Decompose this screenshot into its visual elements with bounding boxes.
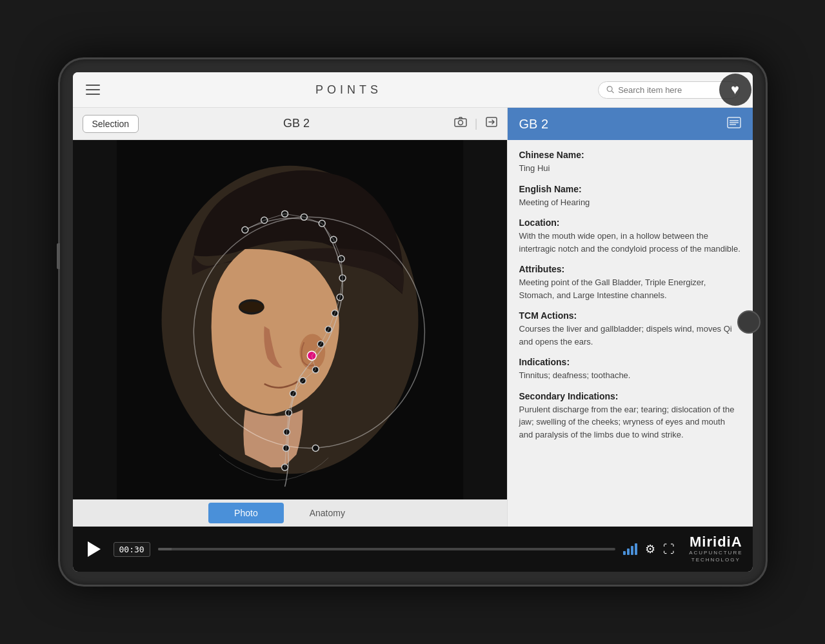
svg-point-30	[312, 445, 319, 451]
brand-sub2: TECHNOLOGY	[691, 556, 741, 563]
signal-bar-4	[635, 543, 637, 555]
attributes-section: Attributes: Meeting point of the Gall Bl…	[519, 264, 741, 301]
play-button[interactable]	[83, 538, 106, 561]
english-name-section: English Name: Meeting of Hearing	[519, 184, 741, 209]
location-section: Location: With the mouth wide open, in a…	[519, 217, 741, 255]
svg-point-3	[458, 121, 462, 125]
top-bar-left	[86, 85, 100, 95]
chinese-name-section: Chinese Name: Ting Hui	[519, 150, 741, 175]
tcm-section: TCM Actions: Courses the liver and gallb…	[519, 310, 741, 348]
next-icon[interactable]	[486, 117, 497, 130]
heart-icon: ♥	[731, 81, 739, 98]
toolbar-icons: |	[454, 117, 497, 130]
attributes-value: Meeting point of the Gall Bladder, Tripl…	[519, 276, 741, 301]
svg-line-1	[611, 91, 613, 93]
right-panel-title: GB 2	[519, 117, 549, 132]
left-toolbar: Selection GB 2 |	[73, 108, 507, 140]
english-name-label: English Name:	[519, 184, 741, 194]
hamburger-icon[interactable]	[86, 85, 100, 95]
right-panel-content: Chinese Name: Ting Hui English Name: Mee…	[508, 140, 753, 527]
app-title: POINTS	[100, 83, 598, 97]
head-illustration	[73, 140, 507, 499]
location-label: Location:	[519, 217, 741, 228]
content-area: Selection GB 2 |	[73, 108, 753, 527]
time-display: 00:30	[114, 542, 150, 557]
brand-sub1: ACUPUNCTURE	[689, 549, 742, 556]
tab-photo[interactable]: Photo	[208, 503, 284, 523]
tcm-value: Courses the liver and gallbladder; dispe…	[519, 323, 741, 348]
tcm-label: TCM Actions:	[519, 310, 741, 321]
favorite-button[interactable]: ♥	[719, 74, 751, 106]
filter-icon[interactable]	[727, 117, 741, 131]
svg-point-0	[607, 86, 612, 92]
location-value: With the mouth wide open, in a hollow be…	[519, 230, 741, 255]
top-bar: POINTS	[73, 72, 753, 108]
right-panel-header: GB 2	[508, 108, 753, 140]
signal-icon	[623, 543, 637, 555]
side-button[interactable]	[57, 243, 60, 269]
video-bar: 00:30 ⚙ ⛶ MiridiA ACUPUNCTURE TECHNOLOGY	[73, 527, 753, 572]
secondary-section: Secondary Indications: Purulent discharg…	[519, 391, 741, 441]
search-input[interactable]	[618, 85, 731, 95]
right-panel: GB 2 Chinese Name: Ting Hui	[508, 108, 753, 527]
left-panel: Selection GB 2 |	[73, 108, 508, 527]
signal-bar-1	[623, 551, 626, 555]
chinese-name-value: Ting Hui	[519, 162, 741, 175]
svg-point-12	[281, 210, 288, 217]
gear-icon[interactable]: ⚙	[645, 542, 655, 556]
video-controls: ⚙ ⛶	[645, 542, 675, 556]
bottom-tabs: Photo Anatomy	[73, 499, 507, 527]
signal-bar-3	[631, 546, 633, 555]
home-button[interactable]	[737, 310, 760, 334]
chinese-name-label: Chinese Name:	[519, 150, 741, 160]
secondary-label: Secondary Indications:	[519, 391, 741, 401]
progress-fill	[158, 548, 172, 550]
selection-button[interactable]: Selection	[83, 115, 139, 133]
indications-value: Tinnitus; deafness; toothache.	[519, 369, 741, 382]
camera-icon[interactable]	[454, 117, 467, 130]
search-icon	[606, 85, 615, 94]
english-name-value: Meeting of Hearing	[519, 196, 741, 209]
toolbar-separator: |	[475, 117, 478, 130]
miridia-logo: MiridiA ACUPUNCTURE TECHNOLOGY	[689, 535, 742, 563]
play-icon	[88, 541, 101, 557]
3d-view[interactable]	[73, 140, 507, 499]
indications-label: Indications:	[519, 357, 741, 367]
attributes-label: Attributes:	[519, 264, 741, 274]
signal-bar-2	[627, 548, 630, 555]
progress-bar[interactable]	[158, 548, 616, 550]
tablet-screen: POINTS Selection GB 2	[73, 72, 753, 572]
brand-name: MiridiA	[690, 535, 742, 549]
secondary-value: Purulent discharge from the ear; tearing…	[519, 403, 741, 441]
tablet-frame: ♥ POINTS	[58, 57, 768, 587]
indications-section: Indications: Tinnitus; deafness; toothac…	[519, 357, 741, 382]
search-bar[interactable]	[598, 81, 740, 99]
tab-anatomy[interactable]: Anatomy	[284, 503, 371, 523]
fullscreen-icon[interactable]: ⛶	[663, 543, 675, 556]
point-title: GB 2	[148, 117, 444, 130]
